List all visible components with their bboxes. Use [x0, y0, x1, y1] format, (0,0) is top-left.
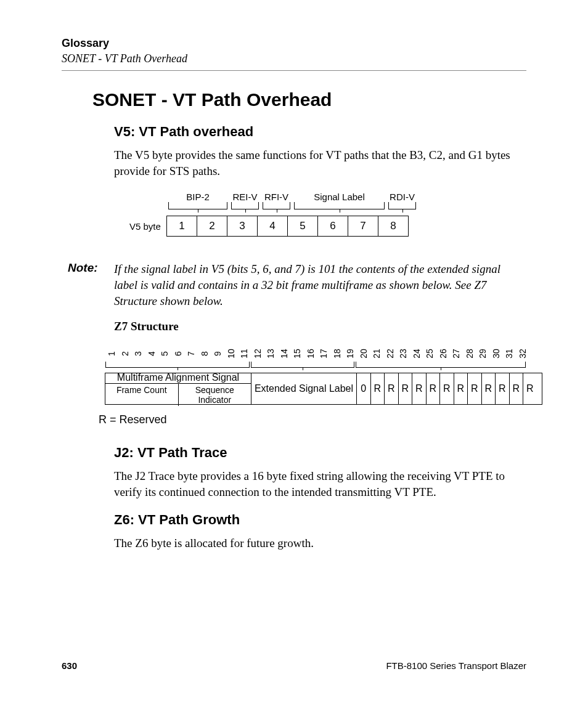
- v5-labels: BIP-2 REI-V RFI-V Signal Label RDI-V: [166, 189, 526, 202]
- note-label: Note:: [68, 261, 114, 309]
- z7-bit-24: R: [412, 373, 427, 404]
- v5-bit-6: 6: [318, 216, 348, 236]
- v5-bit-4: 4: [258, 216, 288, 236]
- header-rule: [62, 70, 526, 71]
- bracket: [251, 362, 354, 368]
- z7-bit-31: R: [510, 373, 524, 404]
- z7-bit-25: R: [427, 373, 441, 404]
- z7-brackets: [105, 362, 542, 369]
- footer-product: FTB-8100 Series Transport Blazer: [386, 660, 526, 671]
- z6-body: The Z6 byte is allocated for future grow…: [114, 535, 521, 551]
- v5-bit-3: 3: [227, 216, 258, 236]
- z7-reserved-legend: R = Reserved: [99, 413, 526, 426]
- z7-title: Z7 Structure: [114, 320, 526, 333]
- z7-mas-label: Multiframe Alignment Signal: [117, 372, 239, 383]
- j2-heading: J2: VT Path Trace: [114, 445, 526, 461]
- v5-bit-2: 2: [197, 216, 227, 236]
- z7-bit-28: R: [468, 373, 482, 404]
- z7-bit-numbers: 1234567891011121314151617181920212223242…: [105, 346, 542, 362]
- v5-diagram: BIP-2 REI-V RFI-V Signal Label RDI-V V5 …: [129, 189, 526, 237]
- v5-label-reiv: REI-V: [229, 192, 261, 202]
- v5-row: V5 byte 1 2 3 4 5 6 7 8: [129, 216, 526, 237]
- v5-label-bip2: BIP-2: [166, 192, 229, 202]
- z7-ext-label: Extended Signal Label: [251, 373, 357, 404]
- z7-mas: Multiframe Alignment Signal Frame Count …: [105, 373, 251, 404]
- bracket: [356, 362, 526, 368]
- footer: 630 FTB-8100 Series Transport Blazer: [62, 660, 526, 671]
- bracket: [388, 202, 416, 209]
- bracket: [105, 362, 250, 368]
- z7-mas-subrow: Frame Count Sequence Indicator: [105, 383, 251, 406]
- v5-cells: 1 2 3 4 5 6 7 8: [166, 216, 409, 237]
- z7-bit-32: R: [523, 373, 537, 404]
- z7-bit-20: 0: [357, 373, 371, 404]
- header-subhead: SONET - VT Path Overhead: [62, 52, 526, 65]
- v5-bit-8: 8: [378, 216, 408, 236]
- bracket: [263, 202, 290, 209]
- z7-bit-22: R: [385, 373, 399, 404]
- z7-diagram: 1234567891011121314151617181920212223242…: [99, 346, 542, 405]
- z7-bit-30: R: [496, 373, 510, 404]
- v5-label-signal: Signal Label: [292, 192, 386, 202]
- z7-bit-23: R: [399, 373, 413, 404]
- j2-body: The J2 Trace byte provides a 16 byte fix…: [114, 468, 521, 500]
- z6-heading: Z6: VT Path Growth: [114, 512, 526, 528]
- page-number: 630: [62, 660, 77, 671]
- note-body: If the signal label in V5 (bits 5, 6, an…: [114, 261, 526, 309]
- v5-label-rfiv: RFI-V: [261, 192, 292, 202]
- running-head: Glossary SONET - VT Path Overhead: [62, 37, 526, 65]
- z7-bit-26: R: [440, 373, 454, 404]
- bracket: [231, 202, 259, 209]
- z7-bit-29: R: [482, 373, 496, 404]
- page-title: SONET - VT Path Overhead: [92, 89, 526, 110]
- v5-label-rdiv: RDI-V: [386, 192, 418, 202]
- bracket: [294, 202, 385, 209]
- v5-bit-5: 5: [288, 216, 318, 236]
- z7-frame-count: Frame Count: [105, 384, 179, 406]
- z7-seq-indicator: Sequence Indicator: [179, 384, 251, 406]
- bracket: [168, 202, 227, 209]
- v5-brackets: [166, 202, 526, 211]
- note: Note: If the signal label in V5 (bits 5,…: [68, 261, 526, 309]
- v5-bit-7: 7: [348, 216, 378, 236]
- z7-bit-27: R: [454, 373, 468, 404]
- z7-ext-label-text: Extended Signal Label: [255, 383, 353, 394]
- page: Glossary SONET - VT Path Overhead SONET …: [0, 0, 588, 714]
- v5-bit-1: 1: [167, 216, 197, 236]
- z7-bit-number: 32: [514, 347, 530, 360]
- header-glossary: Glossary: [62, 37, 526, 50]
- v5-body: The V5 byte provides the same functions …: [114, 147, 521, 179]
- z7-main-row: Multiframe Alignment Signal Frame Count …: [105, 373, 542, 405]
- z7-bit-21: R: [371, 373, 385, 404]
- v5-heading: V5: VT Path overhead: [114, 124, 526, 140]
- v5-row-label: V5 byte: [129, 221, 166, 232]
